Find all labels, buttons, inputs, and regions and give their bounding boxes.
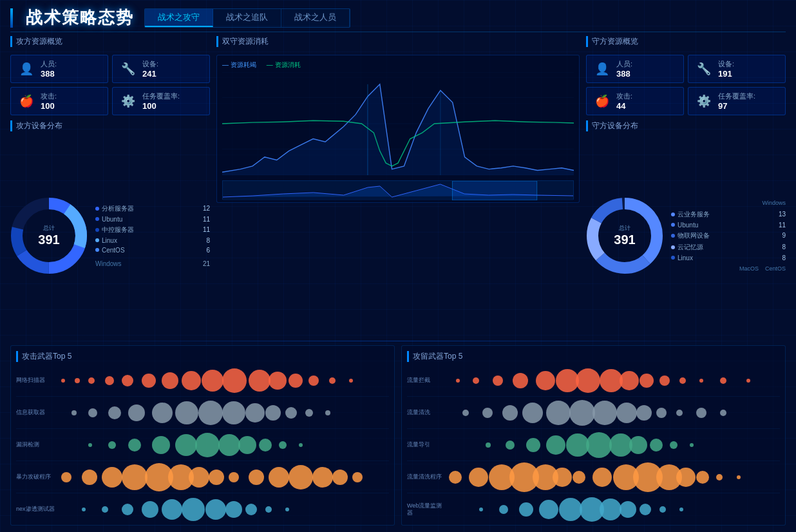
right-bubble-track-2	[446, 397, 780, 428]
people-icon-right: 👤	[593, 60, 611, 78]
left-stat-attack-info: 攻击: 100	[41, 91, 57, 111]
right-bubble-label-2: 流量清洗	[407, 409, 446, 416]
right-bubble-panel: 攻留武器Top 5 流量拦截	[401, 345, 786, 526]
right-donut-legend: Windows 云业务服务 13 Ubuntu	[671, 200, 786, 272]
bubble-track-1	[55, 365, 389, 396]
legend-item-4: Linux 8	[95, 237, 210, 244]
right-bubble-row-1: 流量拦截	[407, 365, 780, 397]
right-bubble-row-5: Web流量监测器	[407, 493, 780, 526]
right-donut-container: 总计 391 Windows 云业务服务 13	[586, 134, 786, 337]
svg-text:3a: 3a	[459, 174, 464, 175]
center-chart-title: 双守资源消耗	[216, 36, 580, 47]
tab-bar: 战术之攻守 战术之追队 战术之人员	[144, 8, 350, 28]
left-donut-title: 攻方设备分布	[10, 120, 210, 131]
right-legend-item-5: Linux 8	[671, 254, 786, 261]
right-bubble-label-3: 流量导引	[407, 441, 446, 448]
timeline-svg: 02a 7.5 6.0 9a 10.6a 3a 6a 9a	[222, 72, 574, 175]
bubble-label-2: 信息获取器	[16, 409, 55, 416]
device-icon-right: 🔧	[695, 60, 713, 78]
right-bubble-track-4	[446, 461, 780, 493]
svg-text:10.6a: 10.6a	[410, 174, 423, 175]
left-donut-legend: 分析服务器 12 Ubuntu 11	[95, 204, 210, 267]
right-panel: 守方资源概览 👤 人员: 388 🔧 设备: 191	[586, 36, 786, 337]
bubble-row-3: 漏洞检测	[16, 429, 389, 461]
right-legend-item-1: 云业务服务 13	[671, 210, 786, 219]
right-legend-item-3: 物联网设备 9	[671, 231, 786, 240]
left-stat-device-info: 设备: 241	[142, 59, 158, 79]
bubble-track-3	[55, 429, 389, 461]
device-icon-left: 🔧	[119, 60, 137, 78]
bubble-track-5	[55, 493, 389, 525]
people-icon: 👤	[17, 60, 35, 78]
right-bubble-label-5: Web流量监测器	[407, 502, 446, 517]
left-donut-center: 总计 391	[10, 197, 88, 274]
right-legend-item-4: 云记忆源 8	[671, 243, 786, 252]
left-panel-title: 攻方资源概览	[10, 36, 210, 47]
right-stat-coverage: ⚙️ 任务覆盖率: 97	[688, 87, 786, 115]
page-title: 战术策略态势	[26, 6, 134, 29]
left-stat-people-info: 人员: 388	[41, 59, 57, 79]
legend-item-3: 中控服务器 11	[95, 225, 210, 234]
right-donut-title: 守方设备分布	[586, 120, 786, 131]
right-stat-people: 👤 人员: 388	[586, 55, 684, 83]
page-container: 战术策略态势 战术之攻守 战术之追队 战术之人员 攻方资源概览 👤 人员: 38…	[0, 0, 796, 532]
right-donut-chart: 总计 391	[586, 197, 663, 274]
right-bubble-track-1	[446, 365, 780, 396]
svg-text:9a: 9a	[368, 174, 374, 175]
bubble-label-3: 漏洞检测	[16, 441, 55, 448]
bubble-section: 攻击武器Top 5 网络扫描器	[10, 345, 786, 526]
right-bubble-track-5	[446, 493, 780, 525]
left-stat-people: 👤 人员: 388	[10, 55, 108, 83]
legend-item-1: 分析服务器 12	[95, 204, 210, 213]
section-divider	[10, 341, 786, 341]
left-stat-device: 🔧 设备: 241	[112, 55, 210, 83]
coverage-icon-right: ⚙️	[695, 92, 713, 110]
bubble-track-4	[55, 461, 389, 493]
bubble-row-1: 网络扫描器	[16, 365, 389, 397]
left-donut-section: 攻方设备分布 总计 391	[10, 120, 210, 337]
right-bubble-label-1: 流量拦截	[407, 377, 446, 384]
attack-icon-left: 🍎	[17, 92, 35, 110]
legend-item-5: CentOS 6	[95, 247, 210, 254]
left-bubble-title: 攻击武器Top 5	[16, 351, 389, 362]
left-bubble-panel: 攻击武器Top 5 网络扫描器	[10, 345, 395, 526]
tab-attack-defense[interactable]: 战术之攻守	[145, 9, 213, 27]
svg-text:9a: 9a	[531, 174, 537, 175]
resource-chart-area: — 资源耗竭 — 资源消耗	[216, 55, 580, 203]
right-stat-device: 🔧 设备: 191	[688, 55, 786, 83]
svg-text:6.0: 6.0	[319, 174, 326, 175]
tab-pursuit[interactable]: 战术之追队	[213, 9, 281, 27]
left-donut-chart: 总计 391	[10, 197, 88, 274]
left-stat-coverage: ⚙️ 任务覆盖率: 100	[112, 87, 210, 115]
bubble-track-2	[55, 397, 389, 428]
bubble-label-4: 暴力攻破程序	[16, 473, 55, 480]
left-donut-container: 总计 391 分析服务器 12	[10, 134, 210, 337]
bubble-row-5: nex渗透测试器	[16, 493, 389, 526]
title-accent	[10, 8, 13, 28]
right-stat-attack: 🍎 攻击: 44	[586, 87, 684, 115]
right-bubble-row-2: 流量清洗	[407, 397, 780, 429]
right-legend-item-2: Ubuntu 11	[671, 222, 786, 229]
svg-text:6a: 6a	[495, 174, 501, 175]
left-panel: 攻方资源概览 👤 人员: 388 🔧 设备: 241	[10, 36, 210, 337]
coverage-icon-left: ⚙️	[119, 92, 137, 110]
bubble-row-4: 暴力攻破程序	[16, 461, 389, 493]
right-bubble-label-4: 流量清洗程序	[407, 473, 446, 480]
left-stat-coverage-info: 任务覆盖率: 100	[142, 91, 180, 111]
legend-item-2: Ubuntu 11	[95, 216, 210, 223]
right-bubble-track-3	[446, 429, 780, 461]
svg-rect-22	[452, 181, 536, 200]
bubble-row-2: 信息获取器	[16, 397, 389, 429]
svg-marker-12	[222, 84, 574, 175]
header: 战术策略态势 战术之攻守 战术之追队 战术之人员	[10, 6, 786, 32]
right-bubble-title: 攻留武器Top 5	[407, 351, 780, 362]
center-panel: 双守资源消耗 — 资源耗竭 — 资源消耗	[216, 36, 580, 337]
main-content: 攻方资源概览 👤 人员: 388 🔧 设备: 241	[10, 36, 786, 337]
bubble-label-1: 网络扫描器	[16, 377, 55, 384]
left-stat-cards: 👤 人员: 388 🔧 设备: 241 🍎 攻击:	[10, 55, 210, 115]
tab-personnel[interactable]: 战术之人员	[281, 9, 350, 27]
minimap-chart	[222, 180, 574, 200]
svg-text:02a: 02a	[222, 174, 231, 175]
right-stat-cards: 👤 人员: 388 🔧 设备: 191 🍎 攻击:	[586, 55, 786, 115]
bubble-label-5: nex渗透测试器	[16, 506, 55, 513]
